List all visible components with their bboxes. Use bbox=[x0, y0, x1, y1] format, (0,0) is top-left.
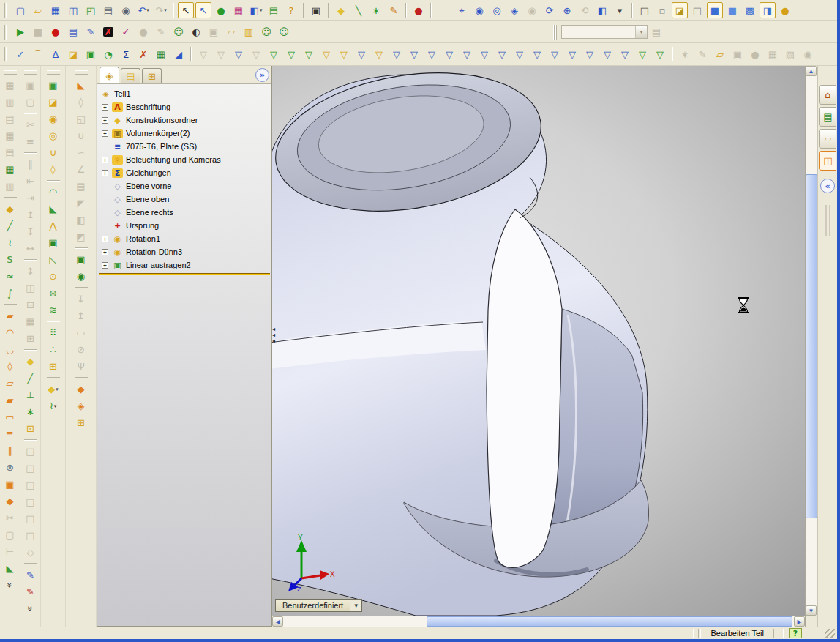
tree-item[interactable]: +Ursprung bbox=[99, 219, 270, 232]
layer-combo-value[interactable] bbox=[562, 26, 635, 38]
file-explorer[interactable]: ▱ bbox=[819, 129, 836, 149]
filter-gtol[interactable]: ▽ bbox=[547, 46, 563, 62]
curves-dropdown-arrow[interactable]: ▾ bbox=[54, 403, 57, 409]
rollback-bar[interactable] bbox=[99, 273, 270, 275]
curve-through-xyz[interactable]: ≈ bbox=[1, 269, 19, 284]
toolbar-grip[interactable] bbox=[4, 3, 7, 18]
filter-surface-finish[interactable]: ▽ bbox=[494, 46, 510, 62]
edit-macro[interactable]: ✎ bbox=[83, 24, 99, 40]
shell[interactable]: ▣ bbox=[45, 235, 62, 250]
deviation-analysis[interactable]: ◢ bbox=[170, 46, 187, 62]
circular-pattern[interactable]: ∴ bbox=[45, 342, 62, 357]
tree-item[interactable]: +ABeschriftung bbox=[99, 100, 270, 113]
abort-rebuild[interactable]: ✗ bbox=[100, 24, 116, 40]
redo-dropdown-arrow[interactable]: ▾ bbox=[164, 7, 167, 13]
zoom-to-area[interactable]: ◎ bbox=[489, 2, 505, 18]
tree-item[interactable]: ◇Ebene vorne bbox=[99, 179, 270, 193]
file-vault[interactable]: ▱ bbox=[223, 24, 239, 40]
new-macro[interactable]: ▤ bbox=[65, 24, 81, 40]
edit-color[interactable]: ● bbox=[213, 2, 229, 18]
lofted-surface[interactable]: ◊ bbox=[1, 359, 19, 374]
fillet[interactable]: ◠ bbox=[45, 184, 62, 200]
mass-properties[interactable]: Δ bbox=[48, 46, 64, 62]
expand-toggle[interactable]: + bbox=[102, 157, 108, 163]
filter-dimensions[interactable]: ▽ bbox=[476, 46, 492, 62]
insert-bends[interactable]: ◣ bbox=[72, 78, 90, 93]
sketch-3d[interactable]: ✎ bbox=[22, 584, 40, 600]
reference-geometry-dropdown-arrow[interactable]: ▾ bbox=[56, 387, 59, 392]
expand-toggle[interactable]: + bbox=[102, 117, 108, 124]
view-orientation-button[interactable]: Benutzerdefiniert ▼ bbox=[275, 599, 362, 612]
helix-spiral[interactable]: S bbox=[1, 252, 19, 267]
horizontal-scroll-thumb[interactable] bbox=[427, 616, 792, 627]
layer-combo-caret-icon[interactable]: ▾ bbox=[635, 26, 647, 38]
swept-surface[interactable]: ◡ bbox=[1, 342, 19, 357]
pan[interactable]: ⊕ bbox=[559, 2, 575, 18]
forming-tool[interactable]: ⊞ bbox=[72, 415, 90, 430]
projected-curve[interactable]: ◆ bbox=[1, 201, 19, 217]
expand-toggle[interactable]: + bbox=[102, 104, 108, 111]
make-drawing-from-part[interactable]: ◫ bbox=[65, 2, 81, 18]
reference-line[interactable]: ╲ bbox=[350, 2, 367, 18]
filter-routing-points[interactable]: ▽ bbox=[652, 46, 668, 62]
filter-surface-bodies[interactable]: ▽ bbox=[318, 46, 334, 62]
filter-datums[interactable]: ▽ bbox=[564, 46, 580, 62]
filter-notes[interactable]: ▽ bbox=[511, 46, 528, 62]
tab-featuremanager[interactable]: ◈ bbox=[100, 67, 119, 83]
expand-toggle[interactable]: + bbox=[102, 249, 108, 255]
horizontal-scroll-track[interactable] bbox=[283, 616, 794, 627]
linear-pattern[interactable]: ⠿ bbox=[45, 325, 62, 340]
select[interactable]: ↖ bbox=[178, 2, 194, 18]
realview-graphics[interactable]: ● bbox=[777, 2, 793, 18]
zoom-in-out[interactable]: ◉ bbox=[471, 2, 487, 18]
undo[interactable]: ↶▾ bbox=[135, 2, 151, 18]
extruded-cut[interactable]: ◪ bbox=[45, 94, 62, 110]
vertical-scrollbar[interactable]: ▲ ▼ bbox=[805, 66, 817, 627]
excel-design-table[interactable]: ▦ bbox=[153, 46, 169, 62]
scroll-left-button[interactable]: ◀ bbox=[272, 616, 283, 627]
filter-weld-symbols[interactable]: ▽ bbox=[582, 46, 598, 62]
extruded-boss[interactable]: ▣ bbox=[45, 78, 62, 93]
filter-dowel-pins[interactable]: ▽ bbox=[634, 46, 650, 62]
panel-more-button[interactable]: » bbox=[255, 68, 269, 82]
shaded-quick[interactable]: □ bbox=[689, 2, 705, 18]
revolved-surface[interactable]: ◠ bbox=[1, 325, 19, 340]
copy-settings-wizard[interactable]: ▥ bbox=[241, 24, 257, 40]
record-macro[interactable]: ● bbox=[48, 24, 64, 40]
options[interactable]: ▤ bbox=[266, 2, 282, 18]
print-preview[interactable]: ◉ bbox=[118, 2, 134, 18]
mate-reference[interactable]: ⊡ bbox=[22, 421, 40, 436]
print[interactable]: ▤ bbox=[100, 2, 116, 18]
reference-geometry[interactable]: ◆▾ bbox=[45, 381, 62, 397]
expand-toggle[interactable]: + bbox=[102, 130, 108, 137]
scroll-up-button[interactable]: ▲ bbox=[806, 66, 817, 76]
layer-combo[interactable]: ▾ bbox=[561, 25, 648, 39]
toolbar-grip[interactable] bbox=[4, 47, 7, 61]
chamfer[interactable]: ◣ bbox=[45, 201, 62, 217]
filter-sketch-segments[interactable]: ▽ bbox=[406, 46, 422, 62]
task-pane-collapse-button[interactable]: « bbox=[820, 179, 835, 193]
thicken[interactable]: ▣ bbox=[1, 477, 19, 492]
hidden-lines-visible[interactable]: ▫ bbox=[654, 2, 670, 18]
scroll-right-button[interactable]: ▶ bbox=[794, 616, 805, 627]
filter-cosmetic-threads[interactable]: ▽ bbox=[617, 46, 633, 62]
expand-toggle[interactable]: + bbox=[102, 262, 108, 269]
scroll-down-button[interactable]: ▼ bbox=[806, 605, 817, 616]
filter-balloons[interactable]: ▽ bbox=[529, 46, 545, 62]
delete-face[interactable]: ⊗ bbox=[1, 460, 19, 475]
vertical-scroll-thumb[interactable] bbox=[806, 174, 817, 518]
extruded-surface[interactable]: ▰ bbox=[1, 308, 19, 324]
image-folder[interactable]: ▱ bbox=[712, 46, 728, 62]
excel-based-table[interactable]: ▦ bbox=[1, 162, 19, 177]
user-wizard[interactable]: ☺ bbox=[276, 24, 292, 40]
shaded[interactable]: ■ bbox=[724, 2, 740, 18]
wrap[interactable]: ⊛ bbox=[45, 285, 62, 301]
tree-item[interactable]: ◇Ebene oben bbox=[99, 193, 270, 206]
tree-item[interactable]: +☼Beleuchtung und Kameras bbox=[99, 153, 270, 166]
cut-with-surface[interactable]: ◣ bbox=[1, 561, 19, 576]
make-assembly-from-part[interactable]: ◰ bbox=[83, 2, 99, 18]
toolbar-grip[interactable] bbox=[4, 25, 7, 40]
spline-on-surface[interactable]: ∫ bbox=[1, 285, 19, 301]
viewport-layout[interactable]: ◧▾ bbox=[248, 2, 264, 18]
view-palette[interactable]: ◫ bbox=[819, 151, 836, 171]
